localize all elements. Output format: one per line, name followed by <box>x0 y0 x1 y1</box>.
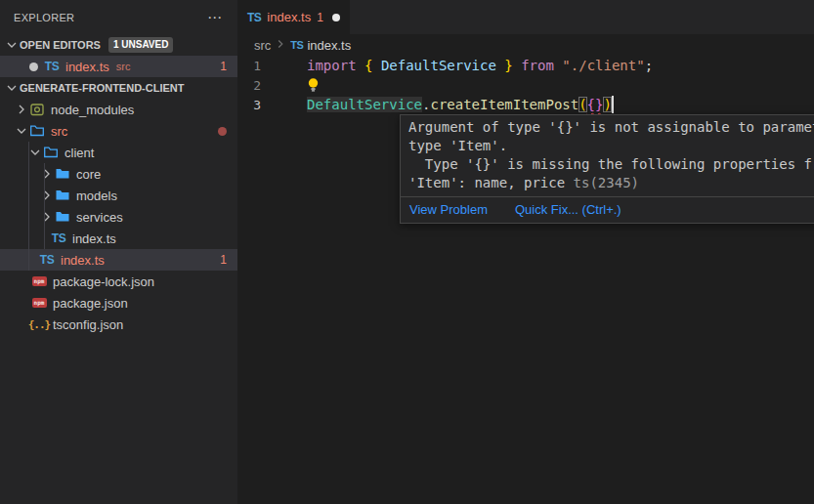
keyword-from: from <box>521 58 562 73</box>
chevron-down-icon <box>4 80 20 96</box>
breadcrumb-folder[interactable]: src <box>254 38 271 53</box>
semicolon-token: ; <box>645 58 653 73</box>
breadcrumb: src TS index.ts <box>237 34 814 56</box>
code-editor[interactable]: 1 import { DefaultService } from "./clie… <box>237 56 814 114</box>
identifier-default-service: DefaultService <box>381 58 496 73</box>
line-number: 3 <box>237 98 302 112</box>
tree-item-label: src <box>51 124 67 139</box>
error-code: ts(2345) <box>574 175 639 190</box>
typescript-file-icon: TS <box>247 11 261 24</box>
tab-index-ts[interactable]: TS index.ts 1 <box>237 0 350 34</box>
explorer-header: EXPLORER ⋯ <box>0 0 237 34</box>
open-editor-file-name: index.ts <box>65 60 109 74</box>
chevron-down-icon <box>27 145 43 160</box>
tree-item-label: models <box>76 189 117 203</box>
tree-item-services[interactable]: services <box>0 206 237 228</box>
tree-item-label: index.ts <box>72 231 116 246</box>
tab-error-count: 1 <box>317 11 323 24</box>
brace-token: { <box>364 58 381 73</box>
folder-open-icon <box>29 123 45 139</box>
error-count-badge: 1 <box>220 60 227 73</box>
typescript-file-icon: TS <box>51 231 66 246</box>
chevron-down-icon <box>4 37 20 53</box>
tree-item-label: index.ts <box>61 253 105 268</box>
tree-item-package-lock-json[interactable]: npm package-lock.json <box>0 271 237 292</box>
identifier-default-service: DefaultService <box>307 97 422 112</box>
error-message-text: 'Item': name, price <box>408 175 574 190</box>
typescript-file-icon: TS <box>39 252 55 268</box>
error-message-line: Argument of type '{}' is not assignable … <box>408 118 814 137</box>
tree-item-label: package.json <box>53 296 128 311</box>
text-cursor <box>612 96 614 113</box>
tree-item-label: package-lock.json <box>53 274 154 289</box>
folder-error-dot-icon <box>218 127 227 136</box>
tree-item-src[interactable]: src <box>0 120 237 142</box>
code-line-2: 2 <box>237 75 814 95</box>
typescript-file-icon: TS <box>44 59 60 74</box>
tree-item-core[interactable]: core <box>0 163 237 185</box>
unsaved-dot-icon[interactable] <box>332 14 340 21</box>
code-line-1: 1 import { DefaultService } from "./clie… <box>237 56 814 75</box>
typescript-file-icon: TS <box>290 39 303 51</box>
string-module-path: "./client" <box>562 58 644 73</box>
error-message-line: Type '{}' is missing the following prope… <box>408 155 814 174</box>
open-editors-section-header[interactable]: OPEN EDITORS 1 UNSAVED <box>0 34 237 56</box>
chevron-right-icon <box>39 166 55 182</box>
tree-item-tsconfig-json[interactable]: {..} tsconfig.json <box>0 314 237 335</box>
paren-open-token: ( <box>578 97 586 112</box>
error-message: Argument of type '{}' is not assignable … <box>401 115 814 196</box>
keyword-import: import <box>307 58 364 73</box>
explorer-sidebar: EXPLORER ⋯ OPEN EDITORS 1 UNSAVED TS ind… <box>0 0 237 504</box>
unsaved-count-badge: 1 UNSAVED <box>108 37 174 53</box>
hover-actions: View Problem Quick Fix... (Ctrl+.) <box>401 196 814 223</box>
open-editor-item-index-ts[interactable]: TS index.ts src 1 <box>0 56 237 77</box>
chevron-down-icon <box>14 123 29 139</box>
error-message-line: type 'Item'. <box>408 137 814 155</box>
error-count-badge: 1 <box>220 253 227 267</box>
line-number: 1 <box>237 59 302 73</box>
code-line-3: 3 DefaultService.createItemItemPost({}) <box>237 95 814 114</box>
folder-open-icon <box>43 145 59 160</box>
chevron-right-icon <box>39 188 55 203</box>
brace-token: } <box>496 58 521 73</box>
tree-item-label: client <box>64 146 94 160</box>
tree-item-node-modules[interactable]: node_modules <box>0 99 237 120</box>
chevron-right-icon <box>39 209 55 225</box>
project-name-label: GENERATE-FRONTEND-CLIENT <box>20 82 184 94</box>
tree-item-label: tsconfig.json <box>53 317 123 332</box>
open-editor-file-path: src <box>116 61 131 72</box>
chevron-right-icon <box>14 102 29 117</box>
tsconfig-file-icon: {..} <box>31 316 47 332</box>
folder-icon <box>55 188 70 203</box>
npm-file-icon: npm <box>31 295 47 311</box>
error-hover-widget: Argument of type '{}' is not assignable … <box>400 114 814 224</box>
tab-file-name: index.ts <box>267 10 311 24</box>
tree-item-label: services <box>76 210 123 225</box>
tree-item-models[interactable]: models <box>0 185 237 206</box>
tree-item-src-index-ts[interactable]: TS index.ts 1 <box>0 249 237 271</box>
paren-close-token: ) <box>603 97 611 112</box>
tree-item-client-index-ts[interactable]: TS index.ts <box>0 228 237 249</box>
npm-file-icon: npm <box>31 273 47 289</box>
tab-bar: TS index.ts 1 <box>237 0 814 34</box>
editor-group: TS index.ts 1 src TS index.ts 1 import {… <box>237 0 814 504</box>
lightbulb-icon[interactable] <box>307 77 320 93</box>
open-editors-label: OPEN EDITORS <box>20 39 101 51</box>
method-create-item-item-post: createItemItemPost <box>430 97 578 112</box>
node-modules-folder-icon <box>29 102 45 117</box>
view-problem-link[interactable]: View Problem <box>409 202 488 217</box>
tree-item-label: node_modules <box>51 103 134 117</box>
tree-item-label: core <box>76 167 101 182</box>
more-actions-icon[interactable]: ⋯ <box>207 13 224 22</box>
folder-icon <box>55 209 70 225</box>
tree-item-client[interactable]: client <box>0 142 237 163</box>
dot-token: . <box>422 97 430 112</box>
explorer-title: EXPLORER <box>14 12 74 23</box>
tree-item-package-json[interactable]: npm package.json <box>0 292 237 314</box>
quick-fix-link[interactable]: Quick Fix... (Ctrl+.) <box>515 202 621 217</box>
line-number: 2 <box>237 78 302 93</box>
project-section-header[interactable]: GENERATE-FRONTEND-CLIENT <box>0 77 237 99</box>
unsaved-dot-icon[interactable] <box>29 63 38 71</box>
error-message-line: 'Item': name, price ts(2345) <box>408 174 814 192</box>
breadcrumb-file[interactable]: index.ts <box>307 38 351 53</box>
